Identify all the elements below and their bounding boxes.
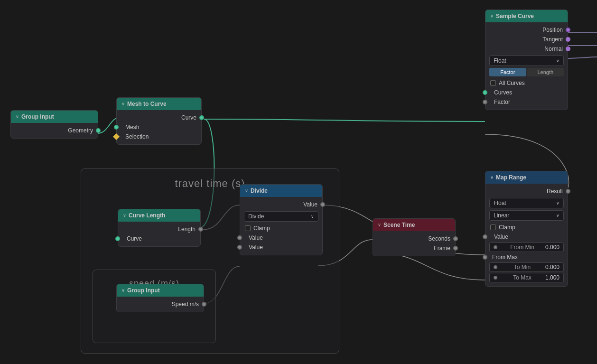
to-min-socket[interactable] — [494, 265, 497, 269]
normal-socket[interactable] — [566, 47, 570, 51]
geometry-socket[interactable] — [96, 128, 101, 133]
factor-input-label: Factor — [494, 99, 510, 105]
chevron-icon: ∨ — [490, 14, 494, 19]
divide-value-label: Value — [303, 201, 317, 208]
dropdown-arrow: ∨ — [556, 58, 560, 63]
sample-curve-header: ∨ Sample Curve — [485, 10, 568, 22]
length-socket[interactable] — [198, 227, 203, 232]
geometry-output-row: Geometry — [11, 126, 98, 135]
from-min-label: From Min — [510, 244, 534, 251]
length-output-row: Length — [118, 224, 200, 234]
length-button[interactable]: Length — [527, 68, 564, 76]
curve-output-row: Curve — [117, 113, 201, 122]
map-range-float-dropdown[interactable]: Float ∨ — [489, 198, 564, 208]
result-output: Result — [485, 187, 568, 196]
chevron-icon: ∨ — [123, 213, 126, 218]
frame-socket[interactable] — [453, 246, 458, 251]
group-input-node: ∨ Group Input Geometry — [10, 110, 98, 139]
all-curves-label: All Curves — [499, 80, 525, 86]
geometry-label: Geometry — [68, 127, 93, 134]
curves-input-socket[interactable] — [483, 90, 487, 95]
from-min-field[interactable]: From Min 0.000 — [489, 243, 564, 252]
from-min-value: 0.000 — [545, 244, 560, 251]
map-range-linear-dropdown[interactable]: Linear ∨ — [489, 210, 564, 221]
map-range-clamp-row: Clamp — [485, 223, 568, 232]
float-label: Float — [494, 57, 506, 64]
map-range-clamp-checkbox[interactable] — [490, 224, 496, 230]
selection-label: Selection — [125, 133, 149, 140]
dropdown-arrow: ∨ — [556, 201, 560, 205]
chevron-icon: ∨ — [121, 102, 125, 106]
factor-input-socket[interactable] — [483, 100, 487, 104]
float-dropdown[interactable]: Float ∨ — [489, 56, 564, 66]
position-output: Position — [485, 25, 568, 35]
to-max-value: 1.000 — [545, 274, 560, 281]
to-max-label: To Max — [513, 274, 532, 281]
linear-label: Linear — [494, 212, 509, 219]
from-min-socket[interactable] — [494, 245, 497, 249]
mesh-to-curve-title: Mesh to Curve — [127, 101, 167, 107]
divide-dropdown-label: Divide — [248, 213, 264, 220]
mesh-input-row: Mesh — [117, 122, 201, 132]
sample-curve-title: Sample Curve — [496, 13, 534, 19]
value-input-socket[interactable] — [483, 234, 487, 239]
curves-input-label: Curves — [494, 89, 512, 96]
dropdown-arrow: ∨ — [556, 213, 560, 218]
scene-time-header: ∨ Scene Time — [373, 219, 455, 231]
divide-dropdown[interactable]: Divide ∨ — [244, 211, 318, 222]
normal-label: Normal — [544, 46, 563, 52]
tangent-label: Tangent — [542, 36, 563, 43]
seconds-label: Seconds — [428, 235, 450, 242]
value2-socket[interactable] — [237, 245, 242, 250]
to-max-socket[interactable] — [494, 276, 497, 280]
factor-button[interactable]: Factor — [489, 68, 526, 76]
mesh-to-curve-header: ∨ Mesh to Curve — [117, 98, 201, 110]
curve-input-socket[interactable] — [115, 236, 120, 241]
to-min-field[interactable]: To Min 0.000 — [489, 262, 564, 272]
value-input-row: Value — [485, 232, 568, 242]
mesh-socket[interactable] — [114, 125, 119, 130]
curve-length-title: Curve Length — [129, 212, 165, 219]
scene-time-title: Scene Time — [383, 222, 415, 228]
frame-label: Frame — [434, 245, 450, 252]
seconds-output: Seconds — [373, 234, 455, 243]
group-input-title: Group Input — [21, 113, 54, 120]
divide-node: ∨ Divide Value Divide ∨ Clamp Value Valu… — [240, 184, 323, 255]
chevron-icon: ∨ — [490, 175, 494, 180]
divide-value1-input: Value — [240, 233, 322, 243]
from-max-socket[interactable] — [483, 255, 487, 260]
chevron-icon: ∨ — [16, 114, 19, 119]
from-max-row: From Max — [485, 253, 568, 261]
speed-socket[interactable] — [202, 302, 206, 307]
selection-socket[interactable] — [113, 133, 120, 140]
divide-output-socket[interactable] — [320, 202, 325, 207]
scene-time-node: ∨ Scene Time Seconds Frame — [373, 218, 456, 256]
clamp-row: Clamp — [240, 224, 322, 233]
result-socket[interactable] — [566, 189, 570, 194]
curve-length-node: ∨ Curve Length Length Curve — [118, 209, 201, 247]
curve-output-socket[interactable] — [199, 115, 204, 120]
chevron-icon: ∨ — [121, 288, 125, 293]
all-curves-checkbox[interactable] — [490, 80, 496, 86]
float-label: Float — [494, 200, 506, 206]
value1-socket[interactable] — [237, 235, 242, 240]
to-max-field[interactable]: To Max 1.000 — [489, 273, 564, 282]
clamp-checkbox[interactable] — [245, 225, 251, 231]
divide-value2-input: Value — [240, 243, 322, 252]
position-socket[interactable] — [566, 28, 570, 32]
to-min-value: 0.000 — [545, 264, 560, 271]
curve-input-row: Curve — [118, 234, 200, 243]
tangent-socket[interactable] — [566, 37, 570, 42]
speed-label: Speed m/s — [172, 301, 199, 308]
map-range-header: ∨ Map Range — [485, 171, 568, 184]
from-max-label: From Max — [492, 254, 518, 261]
curve-input-label: Curve — [127, 235, 142, 242]
divide-header: ∨ Divide — [240, 185, 322, 197]
chevron-icon: ∨ — [378, 223, 381, 227]
map-range-clamp-label: Clamp — [499, 224, 515, 231]
tangent-output: Tangent — [485, 35, 568, 44]
speed-group-input-title: Group Input — [127, 287, 160, 294]
seconds-socket[interactable] — [453, 236, 458, 241]
value-input-label: Value — [494, 233, 508, 240]
speed-group-input-node: ∨ Group Input Speed m/s — [116, 284, 204, 312]
